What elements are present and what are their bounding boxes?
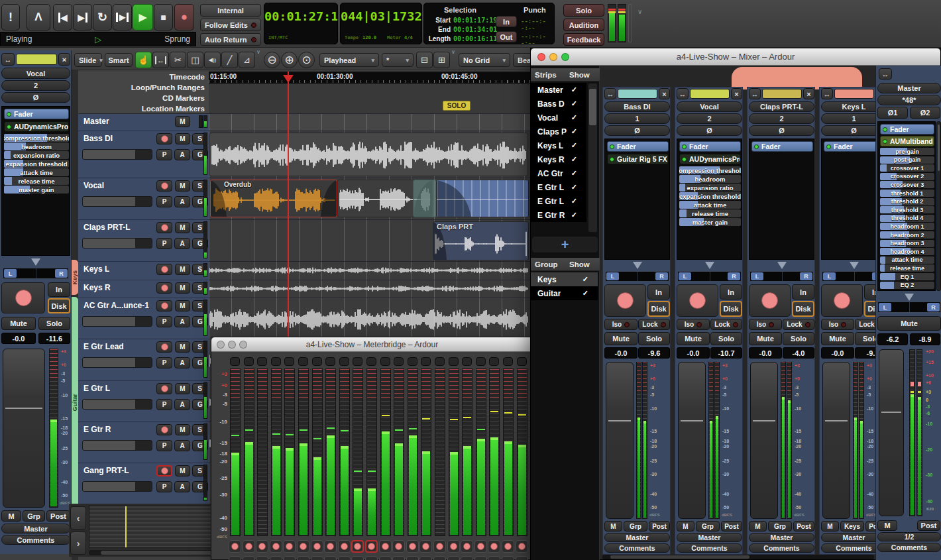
stretch-tool-button[interactable]: ◫ <box>187 52 203 68</box>
track-header-e-gtr-lead[interactable]: E Gtr LeadMSPAG <box>78 339 209 381</box>
led-icon[interactable] <box>826 144 831 149</box>
mute-button[interactable]: M <box>175 222 190 233</box>
plugin-control[interactable]: EQ 2 <box>880 282 934 289</box>
plugin-control[interactable]: headroom 1 <box>880 223 934 230</box>
record-enable-button[interactable] <box>392 540 405 553</box>
track-fader[interactable] <box>82 357 152 368</box>
midi-button[interactable]: M <box>1 510 21 522</box>
gain-fader[interactable] <box>678 362 706 519</box>
a-button[interactable]: A <box>174 196 190 207</box>
button-row-clipped[interactable] <box>488 556 500 560</box>
ruler-row-label[interactable]: Loop/Punch Ranges <box>78 82 209 93</box>
grab-tool-button[interactable]: ☝ <box>135 52 152 68</box>
add-track-button[interactable]: + <box>532 237 598 252</box>
midi-button[interactable]: M <box>604 521 622 532</box>
solo-isolate-button[interactable]: Iso <box>604 319 637 330</box>
mute-button[interactable]: Mute <box>821 332 854 345</box>
strip-width-button[interactable]: ↔ <box>1 53 15 66</box>
button-row-clipped[interactable] <box>516 556 528 560</box>
strip-name-button[interactable]: Vocal <box>677 101 742 112</box>
edit-mode-dropdown[interactable]: Slide▾ <box>74 53 102 67</box>
processor-plugin[interactable]: AUDynamicsPro <box>679 154 741 164</box>
group-button[interactable]: Keys <box>840 521 864 532</box>
marker-lanes[interactable]: SOLO <box>209 84 530 114</box>
record-enable-button[interactable] <box>604 284 646 317</box>
p-button[interactable]: P <box>156 238 172 249</box>
meterbridge-titlebar[interactable]: a4-Live-Show – Meterbridge – Ardour <box>211 337 533 352</box>
solo-button[interactable]: Solo <box>710 332 742 345</box>
plugin-control[interactable]: attack time <box>880 256 934 264</box>
button-row-clipped[interactable] <box>283 556 296 560</box>
p-button[interactable]: P <box>156 196 172 207</box>
record-enable-button[interactable] <box>447 540 460 553</box>
strip-list-item[interactable]: AC Gtr✓ <box>531 166 586 180</box>
fit-expand-button[interactable]: ⊞ <box>433 52 450 68</box>
meter-point-button[interactable]: Post <box>649 521 670 532</box>
pan-bar[interactable]: LR <box>677 271 742 282</box>
strips-scrollbar[interactable] <box>588 83 598 233</box>
plugin-control[interactable]: release time <box>880 264 934 272</box>
audio-region-selected[interactable]: Overdub <box>210 180 337 217</box>
midi-panic-button[interactable]: ! <box>1 4 20 30</box>
go-start-button[interactable]: ◀ <box>53 4 72 30</box>
mixer-titlebar[interactable]: a4-Live-Show – Mixer – Ardour <box>531 48 940 66</box>
meter-point-button[interactable]: Post <box>721 521 742 532</box>
canvas-track-claps-prt-l[interactable]: Claps PRT <box>209 220 530 262</box>
strip-phase-button[interactable]: Ø <box>604 125 670 136</box>
fit-chevron-icon[interactable]: ∨ <box>451 49 455 55</box>
meter-mute-button[interactable] <box>284 357 294 366</box>
mute-button[interactable]: M <box>175 264 190 275</box>
record-enable-button[interactable] <box>297 540 309 553</box>
processor-fader[interactable]: Fader <box>679 141 741 152</box>
play-range-button[interactable]: ▶ <box>113 4 132 30</box>
record-enable-button[interactable] <box>229 540 241 553</box>
meter-mute-button[interactable] <box>353 357 362 366</box>
punch-out-button[interactable]: Out <box>496 31 517 42</box>
punch-in-button[interactable]: In <box>496 16 517 27</box>
strip-list-item[interactable]: E Gtr L✓ <box>531 180 586 194</box>
record-enable-button[interactable] <box>156 222 172 233</box>
peak-display[interactable]: -9.6 <box>638 347 670 359</box>
check-icon[interactable]: ✓ <box>571 183 577 192</box>
play-button[interactable]: ▶ <box>133 4 153 30</box>
button-row-clipped[interactable] <box>243 556 255 560</box>
input-monitor-button[interactable]: In <box>792 284 814 300</box>
zoom-traffic-icon[interactable] <box>239 341 247 349</box>
record-enable-button[interactable] <box>677 284 718 317</box>
ruler-row-label[interactable]: CD Markers <box>78 93 209 103</box>
record-enable-button[interactable] <box>502 540 514 553</box>
check-icon[interactable]: ✓ <box>571 85 577 94</box>
record-enable-button[interactable] <box>379 540 392 553</box>
edit-group-tab-keys[interactable]: Keys <box>72 260 78 295</box>
track-fader[interactable] <box>82 238 152 249</box>
ruler-row-label[interactable]: Location Markers <box>78 103 209 114</box>
meter-mute-button[interactable] <box>257 357 267 366</box>
pan-handle[interactable] <box>633 262 642 269</box>
record-enable-button[interactable] <box>419 540 432 553</box>
check-icon[interactable]: ✓ <box>571 113 577 122</box>
disk-monitor-button[interactable]: Disk <box>720 301 742 317</box>
go-end-button[interactable]: ▶ <box>73 4 92 30</box>
a-button[interactable]: A <box>174 399 190 410</box>
strip-name-button[interactable]: Claps PRT-L <box>749 101 814 112</box>
strip-hide-button[interactable]: × <box>803 88 814 99</box>
metronome-button[interactable]: Λ <box>27 4 50 30</box>
plugin-control[interactable]: crossover 3 <box>880 181 934 188</box>
processor-fader[interactable]: Fader <box>4 109 69 119</box>
zoom-traffic-icon[interactable] <box>561 53 569 61</box>
processor-plugin[interactable]: Guitar Rig 5 FX <box>607 154 669 164</box>
close-traffic-icon[interactable] <box>217 341 225 349</box>
button-row-clipped[interactable] <box>392 556 405 560</box>
phase-left-button[interactable]: Ø1 <box>877 107 908 119</box>
processor-plugin[interactable]: AUDynamicsPro <box>4 121 69 132</box>
record-button[interactable]: ● <box>174 4 194 30</box>
solo-location-marker[interactable]: SOLO <box>443 101 470 111</box>
button-row-clipped[interactable] <box>256 556 268 560</box>
record-enable-button[interactable] <box>311 540 323 553</box>
mute-button[interactable]: Mute <box>877 316 941 331</box>
meter-mute-button[interactable] <box>380 357 390 366</box>
midi-button[interactable]: M <box>877 520 897 531</box>
p-button[interactable]: P <box>156 357 172 368</box>
plugin-control[interactable]: attack time <box>4 168 69 176</box>
pan-bar[interactable]: LR <box>605 271 669 282</box>
